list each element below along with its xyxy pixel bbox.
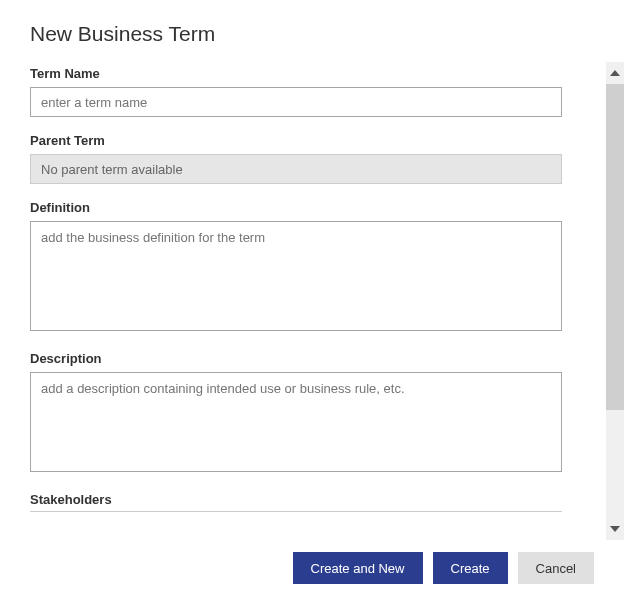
field-parent-term: Parent Term — [30, 133, 562, 184]
dialog-button-row: Create and New Create Cancel — [293, 552, 594, 584]
page-title: New Business Term — [30, 22, 562, 46]
field-description: Description — [30, 351, 562, 476]
parent-term-input — [30, 154, 562, 184]
create-button[interactable]: Create — [433, 552, 508, 584]
stakeholders-header: Stakeholders — [30, 492, 562, 512]
description-textarea[interactable] — [30, 372, 562, 472]
parent-term-label: Parent Term — [30, 133, 562, 148]
definition-textarea[interactable] — [30, 221, 562, 331]
description-label: Description — [30, 351, 562, 366]
field-definition: Definition — [30, 200, 562, 335]
definition-label: Definition — [30, 200, 562, 215]
scroll-thumb[interactable] — [606, 84, 624, 410]
field-term-name: Term Name — [30, 66, 562, 117]
term-name-label: Term Name — [30, 66, 562, 81]
vertical-scrollbar[interactable] — [606, 62, 624, 540]
dialog-new-business-term: New Business Term Term Name Parent Term … — [0, 0, 624, 604]
scroll-up-arrow-icon[interactable] — [606, 62, 624, 84]
term-name-input[interactable] — [30, 87, 562, 117]
cancel-button[interactable]: Cancel — [518, 552, 594, 584]
create-and-new-button[interactable]: Create and New — [293, 552, 423, 584]
scroll-down-arrow-icon[interactable] — [606, 518, 624, 540]
dialog-content: New Business Term Term Name Parent Term … — [0, 0, 592, 512]
